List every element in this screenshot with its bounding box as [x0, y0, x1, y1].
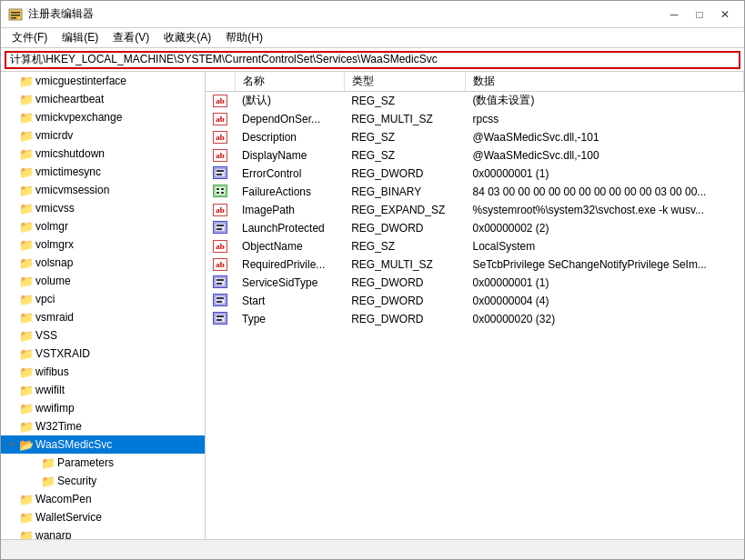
folder-icon: 📁: [19, 311, 35, 325]
reg-data: 0x00000004 (4): [465, 292, 743, 310]
col-header-data: 数据: [465, 72, 743, 92]
svg-rect-15: [215, 277, 226, 286]
reg-data: SeTcbPrivilege SeChangeNotifyPrivilege S…: [465, 255, 743, 274]
tree-item-label: VSTXRAID: [35, 347, 90, 360]
tree-item[interactable]: 📁VSS: [1, 326, 205, 345]
reg-data: rpcss: [465, 110, 743, 128]
tree-item[interactable]: 📁vsmraid: [1, 308, 205, 326]
tree-item-label: vmicvmsession: [35, 184, 109, 196]
table-row[interactable]: abRequiredPrivile...REG_MULTI_SZSeTcbPri…: [206, 255, 744, 274]
tree-item[interactable]: 📁vmicheartbeat: [1, 90, 205, 108]
tree-item[interactable]: 📁vmickvpexchange: [1, 108, 205, 126]
tree-item-label: vmictimesync: [35, 165, 101, 178]
folder-icon: 📁: [19, 511, 35, 525]
table-row[interactable]: abDisplayNameREG_SZ@WaaSMedicSvc.dll,-10…: [206, 146, 744, 165]
tree-item[interactable]: 📁VSTXRAID: [1, 345, 205, 363]
folder-icon: 📁: [19, 420, 35, 434]
reg-type: REG_SZ: [344, 128, 465, 146]
tree-item-label: volsnap: [35, 256, 73, 269]
reg-type: REG_SZ: [344, 237, 465, 255]
reg-type-icon-cell: ab: [206, 110, 235, 128]
tree-panel[interactable]: 📁vmicguestinterface📁vmicheartbeat📁vmickv…: [1, 72, 206, 539]
tree-item[interactable]: 📁volume: [1, 272, 205, 290]
tree-item[interactable]: ▼📂WaaSMedicSvc: [1, 435, 205, 454]
tree-item[interactable]: 📁vmictimesync: [1, 163, 205, 181]
tree-item-label: vmicshutdown: [35, 147, 105, 160]
tree-item[interactable]: 📁vmicrdv: [1, 126, 205, 145]
folder-icon: 📁: [41, 475, 57, 488]
tree-item[interactable]: 📁wwifimp: [1, 399, 205, 417]
menu-item[interactable]: 收藏夹(A): [156, 28, 218, 47]
tree-item[interactable]: 📁wanarp: [1, 526, 205, 539]
svg-rect-23: [216, 319, 222, 321]
table-row[interactable]: FailureActionsREG_BINARY84 03 00 00 00 0…: [206, 183, 744, 201]
app-icon: [8, 7, 23, 22]
table-row[interactable]: LaunchProtectedREG_DWORD0x00000002 (2): [206, 219, 744, 237]
maximize-button[interactable]: □: [688, 5, 711, 24]
values-panel[interactable]: 名称 类型 数据 ab(默认)REG_SZ(数值未设置)abDependOnSe…: [206, 72, 744, 539]
reg-type: REG_DWORD: [344, 274, 465, 292]
reg-type: REG_MULTI_SZ: [344, 255, 465, 274]
svg-rect-18: [215, 295, 226, 305]
table-row[interactable]: TypeREG_DWORD0x00000020 (32): [206, 310, 744, 328]
tree-item-label: WacomPen: [35, 493, 92, 505]
tree-item[interactable]: 📁wwifilt: [1, 381, 205, 399]
tree-item[interactable]: 📁vmicvss: [1, 199, 205, 217]
reg-type-icon-cell: ab: [206, 128, 235, 146]
menu-item[interactable]: 查看(V): [106, 28, 156, 47]
minimize-button[interactable]: ─: [662, 5, 686, 24]
tree-item[interactable]: 📁volsnap: [1, 254, 205, 272]
menu-item[interactable]: 文件(F): [5, 28, 55, 47]
folder-icon: 📁: [41, 456, 57, 470]
reg-name: DisplayName: [235, 146, 344, 165]
tree-item[interactable]: 📁Security: [1, 472, 205, 490]
tree-item[interactable]: 📁WacomPen: [1, 490, 205, 508]
tree-item-label: vmicvss: [35, 202, 75, 215]
svg-rect-5: [216, 170, 224, 172]
tree-item[interactable]: 📁volmgrx: [1, 235, 205, 254]
reg-data: 0x00000020 (32): [465, 310, 743, 328]
reg-type-icon-cell: [206, 219, 235, 237]
reg-type-icon-cell: ab: [206, 92, 235, 110]
table-row[interactable]: abObjectNameREG_SZLocalSystem: [206, 237, 744, 255]
folder-icon: 📂: [19, 438, 35, 452]
table-row[interactable]: abImagePathREG_EXPAND_SZ%systemroot%\sys…: [206, 201, 744, 219]
close-button[interactable]: ✕: [713, 5, 737, 24]
values-table: 名称 类型 数据 ab(默认)REG_SZ(数值未设置)abDependOnSe…: [206, 72, 744, 328]
tree-item[interactable]: 📁vmicguestinterface: [1, 72, 205, 90]
table-row[interactable]: ErrorControlREG_DWORD0x00000001 (1): [206, 165, 744, 183]
table-row[interactable]: StartREG_DWORD0x00000004 (4): [206, 292, 744, 310]
svg-rect-16: [216, 279, 224, 281]
tree-item[interactable]: 📁WalletService: [1, 508, 205, 526]
tree-item-label: WalletService: [35, 511, 102, 524]
svg-rect-13: [216, 225, 224, 226]
col-header-name: 名称: [235, 72, 344, 92]
tree-item[interactable]: 📁vpci: [1, 290, 205, 308]
reg-name: FailureActions: [235, 183, 344, 201]
svg-rect-17: [216, 283, 222, 285]
reg-type: REG_EXPAND_SZ: [344, 201, 465, 219]
tree-item[interactable]: 📁Parameters: [1, 454, 205, 472]
table-row[interactable]: ab(默认)REG_SZ(数值未设置): [206, 92, 744, 110]
address-input[interactable]: [5, 51, 740, 69]
svg-rect-10: [216, 192, 219, 194]
tree-item-label: Security: [57, 475, 96, 487]
tree-item[interactable]: 📁vmicvmsession: [1, 181, 205, 199]
folder-icon: 📁: [19, 238, 35, 252]
tree-item[interactable]: 📁vmicshutdown: [1, 145, 205, 163]
tree-item[interactable]: 📁volmgr: [1, 217, 205, 235]
table-row[interactable]: ServiceSidTypeREG_DWORD0x00000001 (1): [206, 274, 744, 292]
table-row[interactable]: abDependOnSer...REG_MULTI_SZrpcss: [206, 110, 744, 128]
table-row[interactable]: abDescriptionREG_SZ@WaaSMedicSvc.dll,-10…: [206, 128, 744, 146]
tree-item-label: volmgr: [35, 220, 68, 233]
svg-rect-3: [11, 17, 16, 19]
menu-item[interactable]: 编辑(E): [55, 28, 106, 47]
menu-item[interactable]: 帮助(H): [218, 28, 270, 47]
title-bar: 注册表编辑器 ─ □ ✕: [1, 1, 744, 28]
tree-item-label: wanarp: [35, 529, 71, 539]
tree-item[interactable]: 📁wifibus: [1, 363, 205, 381]
tree-item[interactable]: 📁W32Time: [1, 417, 205, 435]
reg-type: REG_DWORD: [344, 292, 465, 310]
tree-item-label: Parameters: [57, 456, 114, 469]
reg-type: REG_DWORD: [344, 165, 465, 183]
